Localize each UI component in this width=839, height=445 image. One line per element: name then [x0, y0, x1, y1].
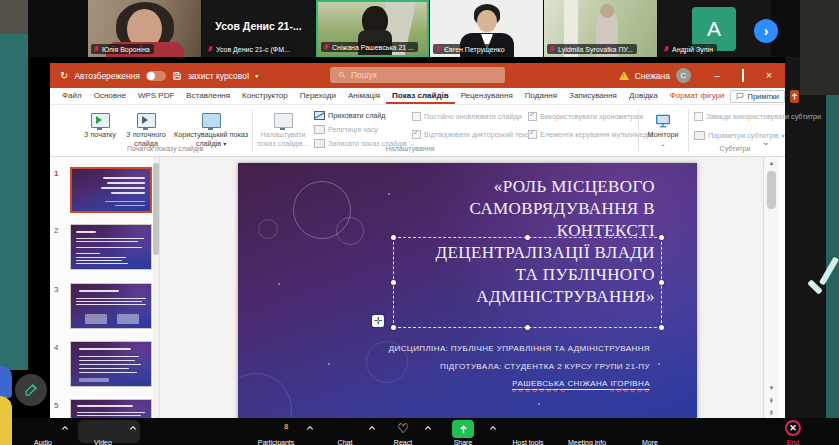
slide-thumbnail-4[interactable]: [70, 341, 152, 387]
scroll-up-arrow[interactable]: ▲: [764, 160, 779, 166]
custom-slideshow-button[interactable]: Користувацький показ слайдів ▾: [172, 108, 250, 148]
rehearse-timings-icon: [314, 125, 325, 134]
checkbox-show-media-controls[interactable]: Елементи керування мультимедіа: [528, 130, 653, 139]
minimize-button[interactable]: –: [707, 70, 727, 81]
save-icon[interactable]: [172, 71, 182, 81]
account-user-name[interactable]: Снежана: [635, 71, 670, 81]
tab-slideshow-active[interactable]: Показ слайдів: [386, 88, 455, 104]
comments-button[interactable]: Примітки: [730, 90, 784, 103]
desktop-edge-right-gray: [800, 0, 839, 95]
rehearse-timings-button[interactable]: Репетиція часу: [314, 124, 378, 135]
slide-thumbnail-1-selected[interactable]: [70, 167, 152, 213]
selection-handle[interactable]: [659, 235, 664, 240]
react-options-chevron[interactable]: [424, 425, 432, 431]
selection-handle[interactable]: [391, 280, 396, 285]
tab-insert[interactable]: Вставлення: [180, 88, 236, 104]
tab-view[interactable]: Подання: [519, 88, 563, 104]
selection-handle[interactable]: [659, 325, 664, 330]
tab-transitions[interactable]: Переходи: [294, 88, 342, 104]
canvas-right-margin: [779, 157, 785, 445]
participant-name-tag: Сніжана Рашевська 21 ...: [321, 42, 418, 52]
from-beginning-button[interactable]: З початку: [80, 108, 120, 140]
checkbox-icon-checked: [528, 112, 537, 121]
previous-slide-button[interactable]: ⇞: [764, 397, 779, 405]
scrollbar-thumb[interactable]: [767, 171, 776, 209]
canvas-scrollbar[interactable]: ▲ ▼ ⇞ ⇟: [763, 157, 779, 445]
tab-recording[interactable]: Записування: [563, 88, 623, 104]
warning-icon[interactable]: !: [619, 71, 629, 80]
audio-options-chevron[interactable]: [61, 425, 69, 431]
tab-shape-format-contextual[interactable]: Формат фігури: [664, 88, 731, 104]
tab-review[interactable]: Рецензування: [455, 88, 519, 104]
subtitle-settings-button[interactable]: Параметри субтитрів ▾: [694, 130, 785, 141]
scroll-down-arrow[interactable]: ▼: [764, 385, 779, 391]
next-participants-page-button[interactable]: ›: [754, 19, 778, 43]
checkbox-icon-checked: [412, 130, 421, 139]
account-avatar[interactable]: С: [676, 68, 691, 83]
autosave-toggle[interactable]: [146, 71, 166, 81]
tab-wps-pdf[interactable]: WPS PDF: [132, 88, 180, 104]
setup-slideshow-icon: [274, 113, 293, 128]
thumbnails-scrollbar[interactable]: [153, 157, 159, 445]
tab-animations[interactable]: Анімація: [342, 88, 386, 104]
selection-handle[interactable]: [391, 235, 396, 240]
share-screen-button[interactable]: [452, 420, 474, 438]
monitors-dropdown-button[interactable]: Монітори⌄: [642, 108, 684, 148]
participant-tile-3-active-speaker[interactable]: Сніжана Рашевська 21 ...: [316, 0, 429, 57]
monitor-icon: [655, 114, 671, 128]
slide-thumbnail-3[interactable]: [70, 283, 152, 329]
chat-options-chevron[interactable]: [368, 425, 376, 431]
participant-name-tag: Усов Денис 21-с (ФМ...: [205, 44, 294, 54]
from-current-slide-button[interactable]: З поточного слайда: [122, 108, 170, 148]
participant-name: Lyidmila Syrovatka ПУ...: [558, 46, 633, 53]
slide-editor-surface[interactable]: «РОЛЬ МІСЦЕВОГО САМОВРЯДУВАННЯ В КОНТЕКС…: [238, 163, 697, 421]
present-share-button[interactable]: [790, 90, 799, 103]
restore-button[interactable]: [733, 70, 753, 81]
end-meeting-button[interactable]: ✕: [785, 420, 801, 436]
zoom-meeting-screen: Юлія Вороніна Усов Денис 21-... Усов Ден…: [0, 0, 839, 445]
textbox-selection-border[interactable]: [393, 237, 662, 328]
slide-author-line: РАШЕВСЬКА СНІЖАНА ІГОРІВНА: [512, 379, 650, 390]
tab-home[interactable]: Основне: [88, 88, 132, 104]
setup-slideshow-button[interactable]: Налаштувати показ слайдів...: [256, 108, 310, 148]
slide-number: 2: [54, 226, 66, 235]
selection-handle[interactable]: [391, 325, 396, 330]
next-slide-button[interactable]: ⇟: [764, 409, 779, 417]
document-title[interactable]: захист курсової: [188, 71, 249, 81]
from-beginning-icon: [91, 113, 110, 128]
slide-number: 5: [54, 401, 66, 410]
hide-slide-button[interactable]: Приховати слайд: [314, 110, 386, 121]
tab-help[interactable]: Довідка: [623, 88, 664, 104]
slide-number: 1: [54, 169, 66, 178]
annotation-pencil-button[interactable]: [15, 374, 47, 406]
checkbox-keep-slides-updated[interactable]: Постійно оновлювати слайди: [412, 112, 522, 121]
share-options-chevron[interactable]: [489, 425, 497, 431]
checkbox-use-timings[interactable]: Використовувати хронометраж: [528, 112, 643, 121]
participant-tile-2[interactable]: Усов Денис 21-... Усов Денис 21-с (ФМ...: [202, 0, 315, 57]
wallpaper-checkmark: [807, 248, 839, 310]
slide-thumbnail-2[interactable]: [70, 224, 152, 270]
heart-icon: ♡: [397, 421, 409, 436]
checkbox-icon: [694, 112, 703, 121]
checkbox-always-use-subtitles[interactable]: Завжди використовувати субтитри: [694, 112, 821, 121]
document-title-caret[interactable]: ▾: [255, 72, 258, 79]
collapse-ribbon-chevron[interactable]: ⌄: [762, 137, 770, 147]
participant-tile-1[interactable]: Юлія Вороніна: [88, 0, 201, 57]
slide-number: 4: [54, 343, 66, 352]
participants-options-chevron[interactable]: [306, 425, 314, 431]
participant-display-name: Усов Денис 21-...: [202, 20, 315, 32]
close-button[interactable]: ×: [759, 70, 779, 81]
participant-name: Євген Петрущенко: [444, 46, 505, 53]
ribbon-slideshow: З початку З поточного слайда Користуваць…: [50, 105, 785, 157]
selection-handle[interactable]: [659, 280, 664, 285]
search-box[interactable]: Пошук: [330, 67, 505, 83]
desktop-edge-left-gray: [0, 0, 28, 34]
tab-file[interactable]: Файл: [56, 88, 88, 104]
tab-design[interactable]: Конструктор: [236, 88, 294, 104]
selection-handle[interactable]: [525, 325, 530, 330]
participant-tile-4[interactable]: Євген Петрущенко: [430, 0, 543, 57]
selection-handle[interactable]: [525, 235, 530, 240]
video-options-chevron[interactable]: [129, 425, 137, 431]
participant-tile-5[interactable]: Lyidmila Syrovatka ПУ...: [544, 0, 657, 57]
checkbox-play-narrations[interactable]: Відтворювати дикторський текст: [412, 130, 532, 139]
